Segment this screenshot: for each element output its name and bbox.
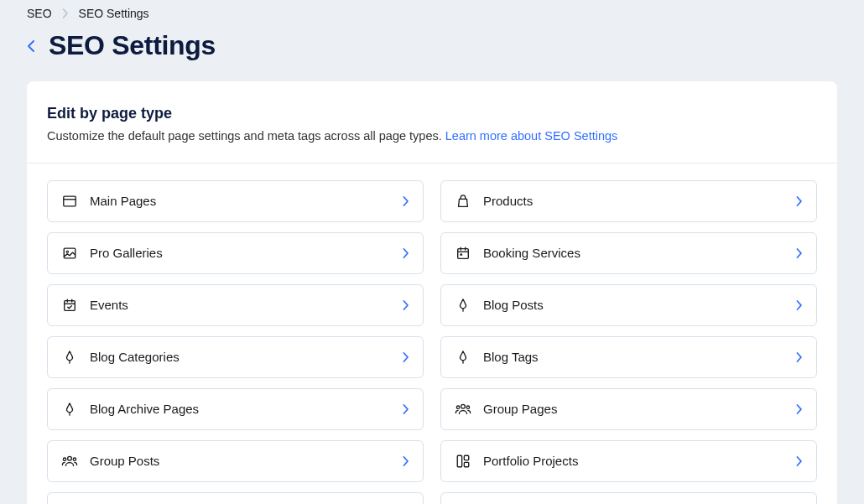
- page-type-item-group-pages[interactable]: Group Pages: [440, 388, 817, 430]
- svg-point-21: [63, 458, 65, 460]
- page-type-item-products[interactable]: Products: [440, 180, 817, 222]
- chevron-right-icon: [62, 8, 69, 18]
- calendar-icon: [455, 245, 471, 262]
- page-title: SEO Settings: [49, 30, 216, 61]
- page-type-item-portfolio-collections[interactable]: Portfolio Collections: [47, 492, 424, 504]
- svg-rect-8: [460, 253, 462, 255]
- card-title: Edit by page type: [47, 105, 817, 122]
- card-description: Customize the default page settings and …: [47, 127, 817, 146]
- chevron-right-icon: [403, 456, 409, 466]
- page-type-label: Blog Categories: [90, 350, 403, 364]
- chevron-right-icon: [796, 300, 803, 310]
- chevron-right-icon: [403, 248, 409, 258]
- svg-point-19: [466, 406, 469, 408]
- page-type-label: Products: [483, 194, 796, 208]
- svg-point-3: [66, 251, 68, 252]
- pen-icon: [61, 401, 78, 418]
- svg-point-22: [73, 458, 75, 460]
- svg-point-18: [456, 406, 459, 408]
- portfolio-icon: [455, 453, 471, 470]
- page-type-item-blog-posts[interactable]: Blog Posts: [440, 284, 817, 326]
- svg-point-20: [68, 456, 72, 460]
- chevron-right-icon: [403, 196, 409, 206]
- group-icon: [455, 401, 471, 418]
- back-icon[interactable]: [27, 39, 35, 53]
- page-type-item-pro-galleries[interactable]: Pro Galleries: [47, 232, 424, 274]
- page-type-item-portfolio-projects[interactable]: Portfolio Projects: [440, 440, 817, 482]
- breadcrumb: SEO SEO Settings: [13, 0, 851, 23]
- page-type-item-booking-services[interactable]: Booking Services: [440, 232, 817, 274]
- chevron-right-icon: [796, 352, 803, 362]
- page-type-label: Events: [90, 298, 403, 312]
- page-type-label: Blog Posts: [483, 298, 796, 312]
- page-type-item-events[interactable]: Events: [47, 284, 424, 326]
- page-type-label: Booking Services: [483, 246, 796, 260]
- page-type-item-blog-tags[interactable]: Blog Tags: [440, 336, 817, 378]
- svg-rect-0: [64, 196, 75, 206]
- page-type-label: Main Pages: [90, 194, 403, 208]
- svg-rect-25: [464, 462, 468, 466]
- page-type-label: Pro Galleries: [90, 246, 403, 260]
- event-icon: [61, 297, 78, 314]
- divider: [27, 163, 837, 164]
- bag-icon: [455, 193, 471, 210]
- page-type-item-group-posts[interactable]: Group Posts: [47, 440, 424, 482]
- page-types-card: Edit by page type Customize the default …: [27, 81, 837, 504]
- group-icon: [61, 453, 78, 470]
- svg-rect-4: [458, 248, 469, 258]
- page-type-label: Portfolio Projects: [483, 454, 796, 468]
- chevron-right-icon: [796, 196, 803, 206]
- page-type-item-blog-categories[interactable]: Blog Categories: [47, 336, 424, 378]
- svg-rect-9: [65, 300, 75, 310]
- breadcrumb-root[interactable]: SEO: [27, 7, 52, 20]
- gallery-icon: [61, 245, 78, 262]
- svg-rect-24: [464, 455, 468, 460]
- page-type-label: Group Pages: [483, 402, 796, 416]
- chevron-right-icon: [403, 404, 409, 414]
- page-type-label: Group Posts: [90, 454, 403, 468]
- learn-more-link[interactable]: Learn more about SEO Settings: [445, 129, 618, 143]
- svg-point-17: [461, 404, 466, 408]
- page-type-item-blog-archive-pages[interactable]: Blog Archive Pages: [47, 388, 424, 430]
- page-type-item-main-pages[interactable]: Main Pages: [47, 180, 424, 222]
- chevron-right-icon: [403, 352, 409, 362]
- pen-icon: [455, 297, 471, 314]
- chevron-right-icon: [403, 300, 409, 310]
- pen-icon: [61, 349, 78, 366]
- page-type-label: Blog Tags: [483, 350, 796, 364]
- svg-rect-23: [457, 455, 461, 467]
- page-type-grid: Main PagesProductsPro GalleriesBooking S…: [47, 180, 817, 504]
- pen-icon: [455, 349, 471, 366]
- page-type-label: Blog Archive Pages: [90, 402, 403, 416]
- chevron-right-icon: [796, 404, 803, 414]
- chevron-right-icon: [796, 456, 803, 466]
- breadcrumb-current[interactable]: SEO Settings: [79, 7, 149, 20]
- browser-icon: [61, 193, 78, 210]
- page-type-item-frogs-with-watches-item[interactable]: Frogs with watches (Item): [440, 492, 817, 504]
- chevron-right-icon: [796, 248, 803, 258]
